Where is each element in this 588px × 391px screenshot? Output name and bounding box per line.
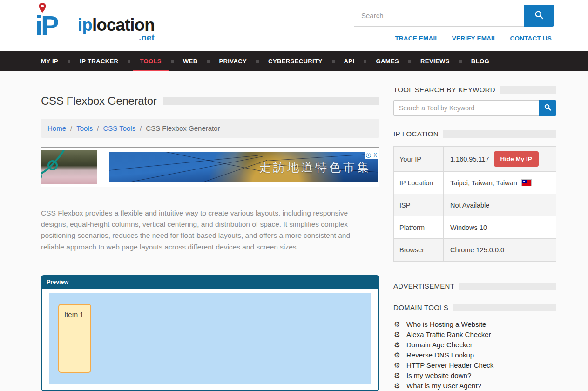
breadcrumb-tools[interactable]: Tools (76, 124, 93, 132)
heading-decorative-bar (443, 130, 556, 138)
flex-preview-item[interactable]: Item 1 (58, 304, 91, 373)
nav-separator (128, 60, 130, 63)
domain-tool-label: Alexa Traffic Rank Checker (406, 330, 491, 338)
logo-monogram: iP (35, 4, 78, 40)
gear-icon: ⚙ (393, 372, 401, 379)
nav-separator (408, 60, 411, 63)
breadcrumb-css-tools[interactable]: CSS Tools (103, 124, 135, 132)
gear-icon: ⚙ (393, 362, 401, 369)
ad-caption-text: 走訪地道特色市集 (259, 160, 371, 175)
ad-close-icon[interactable]: X (372, 152, 378, 159)
domain-tool-website-down[interactable]: ⚙ Is my website down? (393, 370, 556, 380)
taiwan-flag-icon (522, 180, 531, 186)
nav-item-reviews[interactable]: REVIEWS (413, 51, 457, 71)
table-row-isp: ISP Not Available (394, 194, 556, 216)
ad-choice-badges: i X (365, 152, 378, 159)
nav-item-privacy[interactable]: PRIVACY (212, 51, 254, 71)
breadcrumb-home[interactable]: Home (47, 124, 66, 132)
verify-email-link[interactable]: VERIFY EMAIL (452, 35, 497, 42)
row-label: Your IP (394, 147, 444, 171)
ad-info-icon[interactable]: i (365, 152, 372, 159)
breadcrumb-separator: / (70, 124, 72, 132)
page-title: CSS Flexbox Generator (41, 94, 163, 108)
tool-search-input[interactable] (393, 100, 539, 116)
flex-preview-container: Item 1 (49, 293, 371, 384)
ad-main-image: 走訪地道特色市集 i X (109, 152, 378, 182)
gear-icon: ⚙ (393, 351, 401, 358)
hide-my-ip-button[interactable]: Hide My IP (494, 151, 539, 167)
site-logo[interactable]: iP iplocation .net (35, 4, 155, 40)
header-search (354, 5, 554, 27)
tool-search-heading: TOOL SEARCH BY KEYWORD (393, 86, 500, 94)
breadcrumb: Home/Tools/CSS Tools/CSS Flexbox Generat… (41, 119, 379, 138)
gear-icon: ⚙ (393, 382, 401, 389)
nav-item-cybersecurity[interactable]: CYBERSECURITY (261, 51, 329, 71)
preview-panel-header: Preview (42, 276, 378, 289)
tool-search-button[interactable] (539, 100, 556, 116)
tool-search (393, 100, 556, 116)
main-nav: MY IP IP TRACKER TOOLS WEB PRIVACY CYBER… (0, 51, 588, 71)
domain-tool-user-agent[interactable]: ⚙ What is my User Agent? (393, 380, 556, 391)
domain-tool-label: Domain Age Checker (406, 341, 473, 349)
domain-tool-who-is-hosting[interactable]: ⚙ Who is Hosting a Website (393, 319, 556, 329)
row-label: Browser (394, 239, 444, 261)
nav-item-web[interactable]: WEB (176, 51, 205, 71)
nav-separator (68, 60, 70, 63)
main-content: CSS Flexbox Generator Home/Tools/CSS Too… (0, 71, 588, 391)
preview-panel: Preview Item 1 (41, 275, 379, 391)
your-ip-value: 1.160.95.117 (450, 155, 489, 163)
isp-value: Not Available (450, 202, 489, 209)
table-row-platform: Platform Windows 10 (394, 216, 556, 239)
header-search-input[interactable] (354, 5, 524, 27)
sidebar: TOOL SEARCH BY KEYWORD IP LOCATION Your … (393, 86, 556, 391)
nav-separator (207, 60, 210, 63)
contact-us-link[interactable]: CONTACT US (510, 35, 552, 42)
search-icon (544, 103, 552, 113)
breadcrumb-separator: / (140, 124, 142, 132)
nav-item-games[interactable]: GAMES (369, 51, 406, 71)
advertisement-heading: ADVERTISEMENT (393, 282, 459, 290)
nav-item-ip-tracker[interactable]: IP TRACKER (73, 51, 125, 71)
search-icon (534, 10, 544, 21)
title-decorative-bar (163, 97, 379, 105)
nav-separator (171, 60, 174, 63)
ip-location-heading: IP LOCATION (393, 130, 443, 138)
nav-separator (332, 60, 335, 63)
logo-tld: .net (139, 33, 155, 43)
heading-decorative-bar (500, 86, 556, 94)
nav-separator (256, 60, 259, 63)
domain-tool-label: What is my User Agent? (406, 382, 481, 390)
header-search-button[interactable] (524, 5, 554, 27)
domain-tool-reverse-dns[interactable]: ⚙ Reverse DNS Lookup (393, 350, 556, 360)
header-links: TRACE EMAIL VERIFY EMAIL CONTACT US (395, 35, 552, 42)
logo-wordmark: iplocation .net (78, 16, 155, 40)
nav-item-api[interactable]: API (337, 51, 362, 71)
site-header: iP iplocation .net TRACE EMAIL VERIFY EM… (0, 0, 588, 51)
row-label: ISP (394, 194, 444, 216)
ad-banner[interactable]: 走訪地道特色市集 i X (41, 147, 379, 187)
row-label: Platform (394, 216, 444, 238)
nav-item-blog[interactable]: BLOG (464, 51, 496, 71)
breadcrumb-separator: / (97, 124, 99, 132)
gear-icon: ⚙ (393, 321, 401, 328)
domain-tool-http-header[interactable]: ⚙ HTTP Server Header Check (393, 360, 556, 370)
heading-decorative-bar (459, 283, 556, 290)
domain-tools-list: ⚙ Who is Hosting a Website ⚙ Alexa Traff… (393, 319, 556, 391)
ip-location-value: Taipei, Taiwan, Taiwan (450, 179, 517, 187)
tool-description: CSS Flexbox provides a flexible and intu… (41, 208, 372, 253)
nav-separator (459, 60, 462, 63)
ad-left-image (41, 150, 97, 184)
table-row-your-ip: Your IP 1.160.95.117 Hide My IP (394, 147, 556, 172)
domain-tool-domain-age[interactable]: ⚙ Domain Age Checker (393, 339, 556, 350)
nav-item-my-ip[interactable]: MY IP (41, 51, 65, 71)
domain-tool-label: Reverse DNS Lookup (406, 351, 474, 359)
nav-separator (364, 60, 366, 63)
preview-panel-body: Item 1 (42, 289, 378, 390)
trace-email-link[interactable]: TRACE EMAIL (395, 35, 439, 42)
ip-location-table: Your IP 1.160.95.117 Hide My IP IP Locat… (393, 146, 556, 262)
gear-icon: ⚙ (393, 331, 401, 338)
domain-tool-alexa-rank[interactable]: ⚙ Alexa Traffic Rank Checker (393, 329, 556, 339)
table-row-browser: Browser Chrome 125.0.0.0 (394, 239, 556, 261)
nav-item-tools[interactable]: TOOLS (133, 51, 169, 71)
platform-value: Windows 10 (450, 224, 487, 231)
